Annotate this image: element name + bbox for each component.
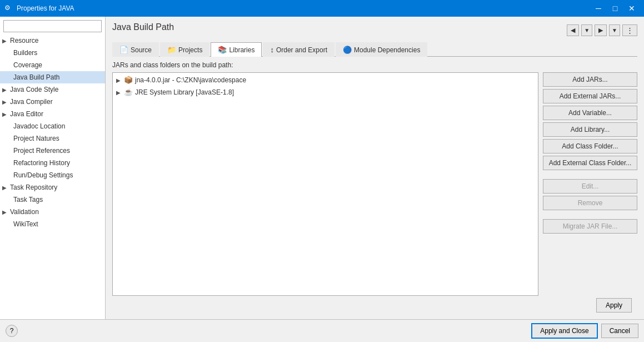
sidebar-item-project-natures[interactable]: Project Natures xyxy=(0,132,105,145)
menu-button[interactable]: ⋮ xyxy=(622,24,637,36)
sidebar-item-coverage[interactable]: Coverage xyxy=(0,59,105,71)
back-button[interactable]: ◀ xyxy=(567,24,579,36)
tab-module-dependencies[interactable]: 🔵 Module Dependencies xyxy=(336,42,427,57)
sidebar-item-label: Run/Debug Settings xyxy=(13,171,73,179)
add-class-folder-button[interactable]: Add Class Folder... xyxy=(543,139,637,153)
sidebar-item-label: Java Editor xyxy=(10,110,43,118)
sidebar-item-label: Java Code Style xyxy=(10,86,58,93)
remove-button[interactable]: Remove xyxy=(543,196,637,210)
sidebar-item-java-compiler[interactable]: ▶ Java Compiler xyxy=(0,96,105,108)
sidebar-item-label: Project Natures xyxy=(13,135,59,142)
sidebar-item-label: Task Tags xyxy=(13,196,43,204)
tab-projects-label: Projects xyxy=(178,46,202,54)
add-external-jars-button[interactable]: Add External JARs... xyxy=(543,89,637,103)
panel-title: Java Build Path xyxy=(112,22,174,32)
close-button[interactable]: ✕ xyxy=(624,1,640,16)
libraries-tab-icon: 📚 xyxy=(218,46,227,54)
tree-item-label: JRE System Library [JavaSE-1.8] xyxy=(135,88,234,96)
apply-button[interactable]: Apply xyxy=(596,298,632,313)
tab-bar: 📄 Source 📁 Projects 📚 Libraries ↕ Order … xyxy=(112,42,637,57)
description-text: JARs and class folders on the build path… xyxy=(112,61,637,69)
maximize-button[interactable]: □ xyxy=(607,1,623,16)
tab-libraries[interactable]: 📚 Libraries xyxy=(211,42,262,57)
tree-item-jna[interactable]: ▶ 📦 jna-4.0.0.jar - C:\ZKN\java\codespac… xyxy=(114,74,537,86)
order-export-tab-icon: ↕ xyxy=(270,46,274,54)
bottom-left: ? xyxy=(6,325,18,337)
sidebar-item-validation[interactable]: ▶ Validation xyxy=(0,206,105,218)
tab-projects[interactable]: 📁 Projects xyxy=(160,42,209,57)
sidebar-item-label: Java Compiler xyxy=(10,98,53,106)
tab-order-export-label: Order and Export xyxy=(276,46,327,54)
sidebar-item-label: Coverage xyxy=(13,61,42,69)
window-title: Properties for JAVA xyxy=(17,4,591,12)
apply-and-close-button[interactable]: Apply and Close xyxy=(531,323,597,339)
module-dep-tab-icon: 🔵 xyxy=(343,46,352,54)
minimize-button[interactable]: ─ xyxy=(591,1,606,16)
build-path-content: ▶ 📦 jna-4.0.0.jar - C:\ZKN\java\codespac… xyxy=(112,72,637,296)
back-dropdown-button[interactable]: ▼ xyxy=(581,24,592,36)
expand-arrow-icon: ▶ xyxy=(2,111,8,117)
migrate-jar-button[interactable]: Migrate JAR File... xyxy=(543,219,637,234)
sidebar-item-wikitext[interactable]: WikiText xyxy=(0,218,105,230)
tree-panel[interactable]: ▶ 📦 jna-4.0.0.jar - C:\ZKN\java\codespac… xyxy=(112,72,538,296)
button-spacer xyxy=(543,172,637,177)
apply-section: Apply xyxy=(112,296,637,315)
tab-source[interactable]: 📄 Source xyxy=(112,42,159,57)
bottom-right: Apply and Close Cancel xyxy=(531,323,638,339)
buttons-panel: Add JARs... Add External JARs... Add Var… xyxy=(543,72,637,296)
help-button[interactable]: ? xyxy=(6,325,18,337)
sidebar-item-project-references[interactable]: Project References xyxy=(0,145,105,157)
forward-dropdown-button[interactable]: ▼ xyxy=(609,24,620,36)
sidebar-item-run-debug-settings[interactable]: Run/Debug Settings xyxy=(0,169,105,181)
sidebar: ▶ Resource Builders Coverage Java Build … xyxy=(0,17,106,319)
source-tab-icon: 📄 xyxy=(119,46,128,54)
add-library-button[interactable]: Add Library... xyxy=(543,122,637,137)
edit-button[interactable]: Edit... xyxy=(543,179,637,194)
sidebar-item-label: Javadoc Location xyxy=(13,122,65,130)
content-area: ▶ Resource Builders Coverage Java Build … xyxy=(0,17,644,319)
expand-arrow-icon: ▶ xyxy=(2,209,8,215)
dialog: ▶ Resource Builders Coverage Java Build … xyxy=(0,17,644,342)
sidebar-item-javadoc-location[interactable]: Javadoc Location xyxy=(0,120,105,132)
bottom-bar: ? Apply and Close Cancel xyxy=(0,319,644,342)
jre-icon: ☕ xyxy=(124,88,133,97)
sidebar-item-label: Builders xyxy=(13,49,37,57)
sidebar-item-label: Task Repository xyxy=(10,184,57,191)
app-icon: ⚙ xyxy=(4,4,13,13)
tab-module-dep-label: Module Dependencies xyxy=(354,46,420,54)
add-variable-button[interactable]: Add Variable... xyxy=(543,106,637,120)
tab-libraries-label: Libraries xyxy=(229,46,254,54)
tree-arrow-icon: ▶ xyxy=(116,90,124,96)
sidebar-item-label: Validation xyxy=(10,208,39,216)
sidebar-item-refactoring-history[interactable]: Refactoring History xyxy=(0,157,105,169)
sidebar-item-resource[interactable]: ▶ Resource xyxy=(0,34,105,47)
tree-item-jre[interactable]: ▶ ☕ JRE System Library [JavaSE-1.8] xyxy=(114,86,537,98)
sidebar-item-label: Resource xyxy=(10,37,38,44)
add-jars-button[interactable]: Add JARs... xyxy=(543,72,637,87)
cancel-button[interactable]: Cancel xyxy=(601,324,638,338)
tree-arrow-icon: ▶ xyxy=(116,77,124,83)
sidebar-item-java-build-path[interactable]: Java Build Path xyxy=(0,71,105,83)
expand-arrow-icon: ▶ xyxy=(2,185,8,190)
window-controls: ─ □ ✕ xyxy=(591,1,640,16)
jar-icon: 📦 xyxy=(124,76,133,85)
expand-arrow-icon: ▶ xyxy=(2,38,8,43)
title-bar: ⚙ Properties for JAVA ─ □ ✕ xyxy=(0,0,644,17)
sidebar-item-builders[interactable]: Builders xyxy=(0,47,105,59)
projects-tab-icon: 📁 xyxy=(167,46,176,54)
main-panel: Java Build Path ◀ ▼ ▶ ▼ ⋮ 📄 Source 📁 Pro… xyxy=(106,17,644,319)
sidebar-item-java-editor[interactable]: ▶ Java Editor xyxy=(0,108,105,120)
forward-button[interactable]: ▶ xyxy=(595,24,607,36)
tab-source-label: Source xyxy=(131,46,152,54)
expand-arrow-icon: ▶ xyxy=(2,99,8,105)
sidebar-item-task-tags[interactable]: Task Tags xyxy=(0,194,105,206)
add-external-class-folder-button[interactable]: Add External Class Folder... xyxy=(543,156,637,170)
sidebar-item-label: Project References xyxy=(13,147,70,155)
search-input[interactable] xyxy=(3,20,102,32)
tab-order-export[interactable]: ↕ Order and Export xyxy=(263,42,335,57)
sidebar-item-task-repository[interactable]: ▶ Task Repository xyxy=(0,181,105,194)
sidebar-item-label: Refactoring History xyxy=(13,159,70,167)
sidebar-item-java-code-style[interactable]: ▶ Java Code Style xyxy=(0,83,105,96)
sidebar-item-label: Java Build Path xyxy=(13,73,59,81)
button-spacer-2 xyxy=(543,212,637,217)
